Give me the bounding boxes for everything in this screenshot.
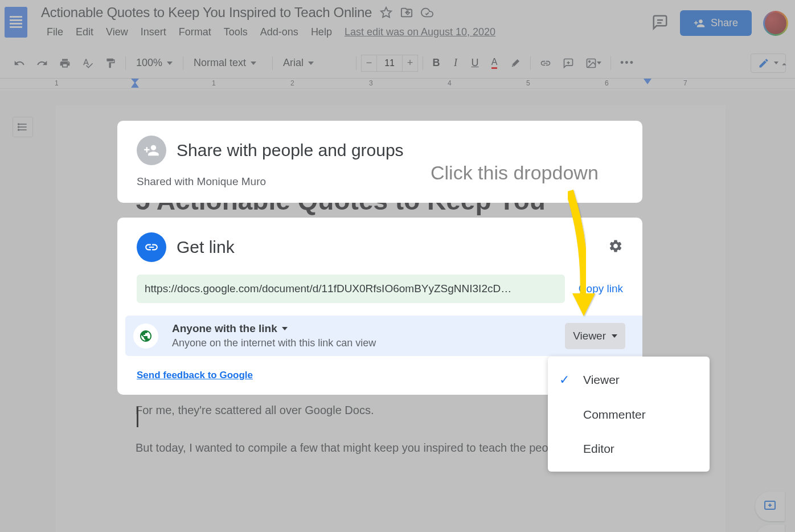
send-feedback-link[interactable]: Send feedback to Google	[137, 370, 253, 381]
role-dropdown-menu: ✓ Viewer Commenter Editor	[548, 357, 710, 472]
link-access-row: Anyone with the link Anyone on the inter…	[125, 316, 642, 356]
annotation-label: Click this dropdown	[431, 162, 599, 184]
copy-link-button[interactable]: Copy link	[579, 283, 623, 295]
role-option-editor[interactable]: Editor	[548, 432, 710, 466]
link-role-dropdown[interactable]: Viewer	[565, 323, 625, 349]
role-option-viewer[interactable]: ✓ Viewer	[548, 362, 710, 398]
link-audience-dropdown[interactable]: Anyone with the link	[172, 322, 565, 335]
share-link-display[interactable]: https://docs.google.com/document/d/11fDU…	[137, 275, 565, 303]
globe-icon	[133, 324, 158, 349]
link-icon	[137, 232, 166, 262]
settings-gear-icon[interactable]	[608, 239, 623, 256]
link-access-description: Anyone on the internet with this link ca…	[172, 337, 565, 349]
check-icon: ✓	[559, 373, 583, 387]
share-dialog-title: Share with people and groups	[177, 141, 404, 160]
role-option-commenter[interactable]: Commenter	[548, 398, 710, 432]
get-link-title: Get link	[177, 238, 598, 257]
people-icon	[137, 136, 166, 165]
